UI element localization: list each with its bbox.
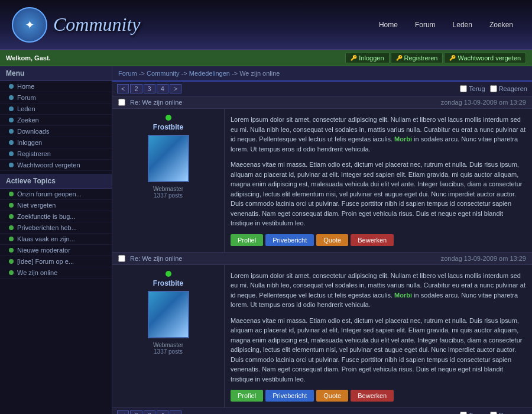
privebericht-btn-1[interactable]: Privebericht — [265, 390, 314, 402]
post-body-0: Frostbite Webmaster 1337 posts Lorem ips… — [112, 109, 532, 252]
page-numbers-top: < 2 3 4 > — [117, 84, 181, 93]
header-zoeken[interactable]: Zoeken — [482, 18, 520, 31]
sidebar-item-forum[interactable]: Forum — [0, 92, 112, 104]
username-0: Frostbite — [153, 123, 183, 131]
morbi-link-0[interactable]: Morbi — [394, 135, 412, 143]
guest-name: Gast. — [34, 54, 51, 62]
sidebar-topic-6[interactable]: [Idee] Forum op e... — [0, 256, 112, 267]
post-1: Re: We zijn online zondag 13-09-2009 om … — [112, 253, 532, 409]
sidebar-topic-1[interactable]: Niet vergeten — [0, 200, 112, 211]
bewerken-btn-0[interactable]: Bewerken — [351, 234, 394, 246]
post-text-0: Lorem ipsum dolor sit amet, consectetur … — [225, 109, 532, 252]
user-role-0: Webmaster — [153, 186, 183, 192]
reply-checkbox-bottom[interactable] — [490, 412, 497, 414]
prev-page-btn[interactable]: < — [117, 84, 129, 93]
post-checkbox-0[interactable] — [118, 99, 125, 106]
topbar-links: Inloggen Registreren Wachtwoord vergeten — [345, 53, 526, 63]
post-checkbox-1[interactable] — [118, 255, 125, 262]
post-actions-0: Profiel Privebericht Quote Bewerken — [231, 234, 526, 246]
user-online-indicator-1 — [166, 271, 171, 277]
back-top[interactable]: Terug — [460, 85, 485, 92]
user-avatar-0 — [148, 135, 189, 182]
next-page-btn-bottom[interactable]: > — [170, 410, 181, 414]
reply-checkbox-top[interactable] — [490, 85, 497, 92]
breadcrumb: Forum -> Community -> Mededelingen -> We… — [112, 66, 532, 82]
pagination-bottom: < 2 3 4 > Terug Reageren — [112, 408, 532, 414]
quote-btn-1[interactable]: Quote — [316, 390, 348, 402]
post-time-1: zondag 13-09-2009 om 13:29 — [441, 255, 526, 262]
login-link[interactable]: Inloggen — [345, 53, 389, 63]
post-user-1: Frostbite Webmaster 1337 posts — [112, 265, 225, 408]
sidebar-menu-title: Menu — [0, 66, 112, 81]
page-numbers-bottom: < 2 3 4 > — [117, 410, 181, 414]
sidebar-topic-4[interactable]: Klaas vaak en zijn... — [0, 234, 112, 245]
content-area: Forum -> Community -> Mededelingen -> We… — [112, 66, 532, 414]
back-bottom[interactable]: Terug — [460, 412, 485, 414]
logo-text: Community — [53, 14, 141, 35]
register-link[interactable]: Registreren — [391, 53, 443, 63]
sidebar-item-zoeken[interactable]: Zoeken — [0, 115, 112, 126]
post-header-0: Re: We zijn online zondag 13-09-2009 om … — [112, 96, 532, 109]
sidebar-topic-2[interactable]: Zoekfunctie is bug... — [0, 211, 112, 222]
header-nav: Home Forum Leden Zoeken — [372, 18, 520, 31]
post-paragraph2-1: Maecenas vitae mi massa. Etiam odio est,… — [231, 316, 526, 384]
post-paragraph2-0: Maecenas vitae mi massa. Etiam odio est,… — [231, 160, 526, 228]
post-text-1: Lorem ipsum dolor sit amet, consectetur … — [225, 265, 532, 408]
post-header-1: Re: We zijn online zondag 13-09-2009 om … — [112, 253, 532, 265]
sidebar-item-home[interactable]: Home — [0, 81, 112, 92]
header: ✦ Community Home Forum Leden Zoeken — [0, 0, 532, 50]
morbi-link-1[interactable]: Morbi — [394, 292, 412, 299]
sidebar-topic-5[interactable]: Nieuwe moderator — [0, 245, 112, 256]
profiel-btn-0[interactable]: Profiel — [231, 234, 263, 246]
post-user-0: Frostbite Webmaster 1337 posts — [112, 109, 225, 252]
post-paragraph1-0: Lorem ipsum dolor sit amet, consectetur … — [231, 115, 526, 154]
prev-page-btn-bottom[interactable]: < — [117, 410, 129, 414]
sidebar-item-wachtwoord[interactable]: Wachtwoord vergeten — [0, 160, 112, 171]
reply-top[interactable]: Reageren — [490, 85, 527, 92]
forgot-password-link[interactable]: Wachtwoord vergeten — [444, 53, 526, 63]
main-layout: Menu Home Forum Leden Zoeken Downloads I… — [0, 66, 532, 414]
profiel-btn-1[interactable]: Profiel — [231, 390, 263, 402]
top-nav-links: Terug Reageren — [460, 85, 527, 92]
back-checkbox-top[interactable] — [460, 85, 467, 92]
sidebar-item-registreren[interactable]: Registreren — [0, 148, 112, 160]
privebericht-btn-0[interactable]: Privebericht — [265, 234, 314, 246]
page-3-btn-bottom[interactable]: 3 — [144, 410, 155, 414]
page-2-btn[interactable]: 2 — [130, 84, 142, 93]
header-leden[interactable]: Leden — [446, 18, 479, 31]
back-checkbox-bottom[interactable] — [460, 412, 467, 414]
bewerken-btn-1[interactable]: Bewerken — [351, 390, 394, 402]
post-paragraph1-1: Lorem ipsum dolor sit amet, consectetur … — [231, 271, 526, 310]
reply-bottom[interactable]: Reageren — [490, 412, 527, 414]
sidebar-item-downloads[interactable]: Downloads — [0, 126, 112, 137]
page-2-btn-bottom[interactable]: 2 — [130, 410, 142, 414]
breadcrumb-current: We zijn online — [239, 70, 280, 77]
page-4-btn[interactable]: 4 — [157, 84, 168, 93]
post-header-left-0: Re: We zijn online — [118, 99, 182, 106]
post-title-0: Re: We zijn online — [130, 99, 182, 106]
sidebar: Menu Home Forum Leden Zoeken Downloads I… — [0, 66, 112, 414]
sidebar-topic-0[interactable]: Onzin forum geopen... — [0, 189, 112, 200]
breadcrumb-forum[interactable]: Forum — [118, 70, 137, 77]
page-4-btn-bottom[interactable]: 4 — [157, 410, 168, 414]
user-posts-1: 1337 posts — [154, 348, 183, 355]
breadcrumb-community[interactable]: Community — [147, 70, 180, 77]
header-home[interactable]: Home — [372, 18, 405, 31]
pagination-top: < 2 3 4 > Terug Reageren — [112, 82, 532, 96]
header-forum[interactable]: Forum — [408, 18, 443, 31]
sidebar-topic-3[interactable]: Priveberichten heb... — [0, 222, 112, 234]
username-1: Frostbite — [153, 279, 183, 287]
sidebar-topics-title: Actieve Topics — [0, 174, 112, 189]
logo: ✦ Community — [12, 7, 141, 43]
welcome-text: Welkom, Gast. — [6, 54, 51, 62]
logo-star: ✦ — [25, 18, 35, 32]
quote-btn-0[interactable]: Quote — [316, 234, 348, 246]
logo-icon: ✦ — [12, 7, 47, 43]
breadcrumb-mededelingen[interactable]: Mededelingen — [189, 70, 230, 77]
sidebar-item-inloggen[interactable]: Inloggen — [0, 137, 112, 148]
page-3-btn[interactable]: 3 — [144, 84, 155, 93]
sidebar-topic-7[interactable]: We zijn online — [0, 267, 112, 279]
next-page-btn[interactable]: > — [170, 84, 181, 93]
sidebar-item-leden[interactable]: Leden — [0, 104, 112, 115]
user-avatar-1 — [148, 291, 189, 338]
